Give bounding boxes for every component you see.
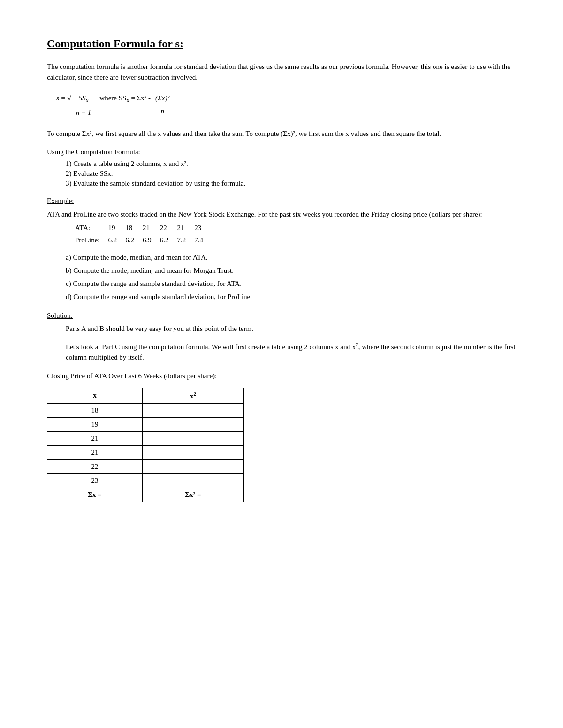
- stock-table: ATA: 19 18 21 22 21 23 ProLine: 6.2 6.2 …: [75, 222, 516, 246]
- ata-val-1: 19: [108, 222, 126, 234]
- table-row: 18: [47, 403, 244, 417]
- questions-list: a) Compute the mode, median, and mean fo…: [47, 252, 516, 302]
- question-c: c) Compute the range and sample standard…: [66, 278, 516, 289]
- using-list: 1) Create a table using 2 columns, x and…: [47, 160, 516, 188]
- table-row: 21: [47, 445, 244, 459]
- computation-text: To compute Σx², we first square all the …: [47, 128, 516, 139]
- data-table: x x2 18 19 21 21 22 23 Σx =: [47, 388, 244, 502]
- row-x-2: 19: [47, 417, 143, 431]
- row-x2-6: [143, 473, 244, 488]
- row-x-1: 18: [47, 403, 143, 417]
- row-x2-1: [143, 403, 244, 417]
- list-item: 2) Evaluate SSx.: [66, 170, 516, 178]
- col-header-x2: x2: [143, 388, 244, 403]
- ata-val-6: 23: [194, 222, 212, 234]
- table-sum-row: Σx = Σx² =: [47, 488, 244, 502]
- row-x-4: 21: [47, 445, 143, 459]
- row-x2-2: [143, 417, 244, 431]
- row-x2-4: [143, 445, 244, 459]
- intro-paragraph: The computation formula is another formu…: [47, 61, 516, 83]
- table-row: 21: [47, 431, 244, 445]
- using-section: Using the Computation Formula: 1) Create…: [47, 148, 516, 188]
- ata-val-4: 22: [160, 222, 177, 234]
- solution-part2: Let's look at Part C using the computati…: [66, 341, 516, 363]
- example-intro: ATA and ProLine are two stocks traded on…: [47, 209, 516, 220]
- ata-val-3: 21: [143, 222, 160, 234]
- example-section: Example: ATA and ProLine are two stocks …: [47, 197, 516, 302]
- question-b: b) Compute the mode, median, and mean fo…: [66, 265, 516, 276]
- proline-val-6: 7.4: [194, 234, 212, 246]
- row-x2-3: [143, 431, 244, 445]
- ata-val-2: 18: [125, 222, 143, 234]
- formula-block: s = √ SSx n − 1 where SSx = Σx² - (Σx)² …: [56, 92, 516, 119]
- table-row: 19: [47, 417, 244, 431]
- proline-val-2: 6.2: [125, 234, 143, 246]
- proline-val-4: 6.2: [160, 234, 177, 246]
- formula-where-text: where SSx = Σx² -: [99, 92, 151, 106]
- row-x-6: 23: [47, 473, 143, 488]
- table-row: 22: [47, 459, 244, 473]
- closing-price-title: Closing Price of ATA Over Last 6 Weeks (…: [47, 372, 516, 380]
- proline-val-5: 7.2: [177, 234, 195, 246]
- proline-val-1: 6.2: [108, 234, 126, 246]
- sum-x-label: Σx =: [47, 488, 143, 502]
- example-title: Example:: [47, 197, 516, 205]
- question-a: a) Compute the mode, median, and mean fo…: [66, 252, 516, 263]
- page-title: Computation Formula for s:: [47, 38, 516, 50]
- question-d: d) Compute the range and sample standard…: [66, 291, 516, 302]
- row-x2-5: [143, 459, 244, 473]
- example-body: ATA and ProLine are two stocks traded on…: [47, 209, 516, 302]
- ata-val-5: 21: [177, 222, 195, 234]
- solution-part1: Parts A and B should be very easy for yo…: [66, 323, 516, 334]
- proline-val-3: 6.9: [143, 234, 160, 246]
- row-x-5: 22: [47, 459, 143, 473]
- table-row: 23: [47, 473, 244, 488]
- formula-s-label: s = √: [56, 92, 71, 105]
- list-item: 1) Create a table using 2 columns, x and…: [66, 160, 516, 168]
- solution-title: Solution:: [47, 312, 516, 320]
- list-item: 3) Evaluate the sample standard deviatio…: [66, 180, 516, 188]
- row-x-3: 21: [47, 431, 143, 445]
- formula-fraction: SSx n − 1: [75, 92, 92, 119]
- col-header-x: x: [47, 388, 143, 403]
- proline-label: ProLine:: [75, 234, 108, 246]
- solution-section: Solution: Parts A and B should be very e…: [47, 312, 516, 363]
- ata-label: ATA:: [75, 222, 108, 234]
- using-title: Using the Computation Formula:: [47, 148, 516, 156]
- formula-fraction-2: (Σx)² n: [154, 92, 170, 118]
- sum-x2-label: Σx² =: [143, 488, 244, 502]
